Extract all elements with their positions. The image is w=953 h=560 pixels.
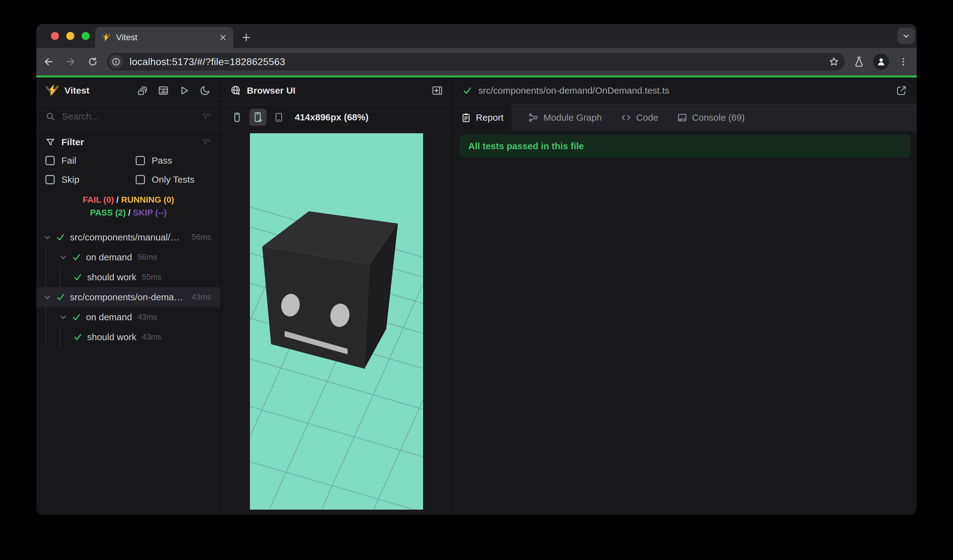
forward-arrow-icon xyxy=(65,56,76,67)
phone-plus-icon xyxy=(252,112,264,123)
back-button[interactable] xyxy=(39,52,58,71)
tab-strip: Vitest xyxy=(36,24,917,48)
device-toolbar: 414x896px (68%) xyxy=(221,104,453,131)
pass-check-icon xyxy=(73,273,82,282)
browser-menu-button[interactable] xyxy=(897,56,910,68)
browser-preview-panel: Browser UI 414x896px (68%) xyxy=(221,78,453,515)
preview-viewport[interactable] xyxy=(250,133,423,510)
detail-panel: src/components/on-demand/OnDemand.test.t… xyxy=(453,78,917,515)
filter-option-fail[interactable]: Fail xyxy=(45,155,136,166)
new-tab-button[interactable] xyxy=(238,29,254,45)
search-input[interactable] xyxy=(62,111,202,122)
zoom-window-button[interactable] xyxy=(82,32,90,40)
search-bar xyxy=(36,104,220,129)
site-info-button[interactable] xyxy=(109,55,123,68)
vitest-favicon-icon xyxy=(101,33,110,42)
filter-option-pass[interactable]: Pass xyxy=(136,155,211,166)
phone-icon xyxy=(232,112,242,123)
checkbox-pass[interactable] xyxy=(136,156,145,165)
detail-header: src/components/on-demand/OnDemand.test.t… xyxy=(453,78,917,104)
indent-guide xyxy=(45,247,46,287)
plus-icon xyxy=(241,33,251,42)
search-icon xyxy=(45,112,55,121)
browser-tab[interactable]: Vitest xyxy=(95,27,233,48)
address-bar[interactable]: localhost:5173/#/?file=1828625563 xyxy=(107,53,845,71)
tab-close-icon[interactable] xyxy=(219,33,227,42)
theme-toggle-button[interactable] xyxy=(199,84,211,97)
window-controls xyxy=(51,32,90,40)
reload-button[interactable] xyxy=(83,52,102,71)
profile-button[interactable] xyxy=(873,54,889,70)
flask-icon xyxy=(854,56,865,67)
module-graph-icon xyxy=(528,112,539,123)
test-suite-row[interactable]: on demand 43ms xyxy=(36,307,220,327)
sidebar-header: Vitest xyxy=(36,78,220,104)
filter-option-skip[interactable]: Skip xyxy=(45,174,136,185)
toolbar-actions xyxy=(853,54,910,70)
pass-check-icon xyxy=(463,86,472,96)
close-window-button[interactable] xyxy=(51,32,59,40)
open-panel-button[interactable] xyxy=(431,84,443,97)
filter-section: Filter Fail Pass Skip Only Tests xyxy=(36,129,220,187)
panel-open-icon xyxy=(431,85,443,96)
person-icon xyxy=(876,56,886,67)
device-mobile-add-button[interactable] xyxy=(249,109,267,126)
clear-filter-icon[interactable] xyxy=(202,137,211,147)
tab-module-graph[interactable]: Module Graph xyxy=(525,104,605,131)
browser-toolbar: localhost:5173/#/?file=1828625563 xyxy=(36,48,917,76)
bookmark-button[interactable] xyxy=(825,53,843,70)
tab-search-button[interactable] xyxy=(897,28,915,44)
minimize-window-button[interactable] xyxy=(66,32,74,40)
kebab-icon xyxy=(898,57,908,67)
filter-title: Filter xyxy=(61,137,202,147)
device-mobile-button[interactable] xyxy=(229,109,245,125)
chevron-down-icon[interactable] xyxy=(59,313,68,321)
labs-button[interactable] xyxy=(853,56,865,68)
viewport-size-label: 414x896px (68%) xyxy=(295,112,368,123)
test-file-row[interactable]: src/components/manual/… 56ms xyxy=(36,227,220,247)
chevron-down-icon[interactable] xyxy=(43,233,51,242)
test-case-row[interactable]: should work 43ms xyxy=(36,327,220,347)
sidebar-header-actions xyxy=(136,84,211,97)
info-icon xyxy=(112,57,121,66)
tab-code[interactable]: Code xyxy=(618,104,661,131)
device-tablet-button[interactable] xyxy=(271,109,287,125)
detail-tabs: Report Module Graph Code Console (69) xyxy=(453,104,917,131)
test-tree: src/components/manual/… 56ms on demand 5… xyxy=(36,227,220,347)
vitest-logo-icon xyxy=(45,84,59,97)
indent-guide xyxy=(45,307,46,347)
pass-check-icon xyxy=(56,293,65,302)
checkbox-fail[interactable] xyxy=(45,156,55,165)
clear-search-filter-icon[interactable] xyxy=(202,112,211,121)
filter-option-only-tests[interactable]: Only Tests xyxy=(136,174,211,185)
browser-window: Vitest localhost:5173/#/?file=1828625563 xyxy=(36,24,917,515)
chevron-down-icon[interactable] xyxy=(59,253,68,262)
fail-count: FAIL (0) xyxy=(82,195,114,205)
external-link-icon xyxy=(896,85,907,96)
robot-cube-scene[interactable] xyxy=(250,133,423,510)
tab-title: Vitest xyxy=(116,33,219,42)
test-case-row[interactable]: should work 55ms xyxy=(36,267,220,287)
running-count: RUNNING (0) xyxy=(121,195,174,205)
run-all-button[interactable] xyxy=(178,84,190,97)
forward-button[interactable] xyxy=(61,52,81,71)
chevron-down-icon[interactable] xyxy=(43,293,51,301)
tablet-icon xyxy=(273,112,284,123)
checkbox-only-tests[interactable] xyxy=(136,175,145,184)
checkbox-skip[interactable] xyxy=(45,175,55,184)
test-file-row-selected[interactable]: src/components/on-dema… 43ms xyxy=(36,287,220,307)
pass-check-icon xyxy=(72,313,81,322)
dashboard-icon xyxy=(158,85,169,96)
play-icon xyxy=(178,85,190,96)
open-in-editor-button[interactable] xyxy=(895,84,908,97)
pass-check-icon xyxy=(72,253,81,262)
tab-report[interactable]: Report xyxy=(453,104,512,131)
preview-title: Browser UI xyxy=(247,85,295,96)
star-icon xyxy=(829,56,839,67)
url-text[interactable]: localhost:5173/#/?file=1828625563 xyxy=(130,56,825,68)
test-suite-row[interactable]: on demand 56ms xyxy=(36,247,220,267)
dashboard-button[interactable] xyxy=(157,84,169,97)
collapse-all-button[interactable] xyxy=(136,84,149,97)
tab-console[interactable]: Console (69) xyxy=(674,104,748,131)
funnel-icon xyxy=(45,137,55,147)
